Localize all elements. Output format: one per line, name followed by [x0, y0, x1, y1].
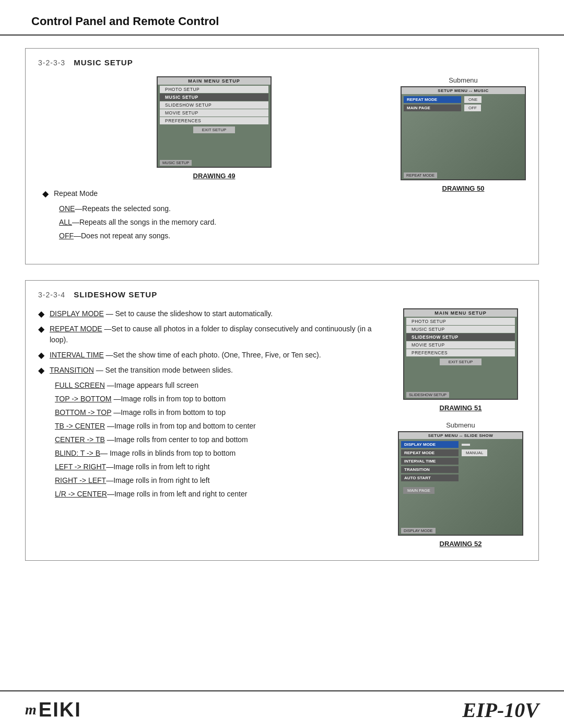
- d52-interval-time-label: INTERVAL TIME: [401, 458, 459, 465]
- drawing49-bottom-label: MUSIC SETUP: [160, 160, 192, 166]
- repeat-mode-content: ◆ Repeat Mode ONE—Repeats the selected s…: [38, 188, 390, 241]
- transition-tb-center: TB -> CENTER —Image rolls in from top an…: [55, 421, 380, 432]
- drawing49-menu-items: PHOTO SETUP MUSIC SETUP SLIDESHOW SETUP …: [158, 86, 271, 124]
- diamond-interval-time: ◆: [38, 350, 44, 360]
- d52-interval-time-row: INTERVAL TIME: [401, 458, 520, 465]
- drawing52-col: Submenu SETUP MENU -- SLIDE SHOW DISPLAY…: [398, 421, 523, 548]
- d52-main-page-btn: MAIN PAGE: [403, 487, 434, 494]
- text-display-mode: DISPLAY MODE — Set to cause the slidesho…: [50, 308, 273, 319]
- transition-blind-tb: BLIND: T -> B— Image rolls in blinds fro…: [55, 448, 380, 459]
- repeat-all-key: ALL: [59, 218, 72, 226]
- drawing50-rows: REPEAT MODE ONE MAIN PAGE OFF: [404, 96, 523, 111]
- section1-heading: 3-2-3-3 MUSIC SETUP: [38, 58, 526, 67]
- d51-exit-btn: EXIT SETUP: [440, 359, 481, 365]
- submenu-label-52: Submenu: [446, 421, 475, 429]
- repeat-one: ONE—Repeats the selected song.: [59, 203, 386, 214]
- slideshow-col-right: MAIN MENU SETUP PHOTO SETUP MUSIC SETUP …: [395, 308, 526, 548]
- section1-title: MUSIC SETUP: [74, 58, 133, 67]
- key-repeat-mode: REPEAT MODE: [50, 325, 102, 333]
- drawing51-label: DRAWING 51: [440, 404, 482, 412]
- d52-transition-label: TRANSITION: [401, 466, 459, 473]
- logo-m-icon: m: [25, 701, 37, 718]
- transition-right-left: RIGHT -> LEFT—Image rolls in from right …: [55, 475, 380, 486]
- repeat-off-key: OFF: [59, 232, 74, 240]
- section2-num: 3-2-3-4: [38, 291, 65, 299]
- text-repeat-mode: REPEAT MODE —Set to cause all photos in …: [50, 323, 380, 345]
- d52-auto-start-row: AUTO START: [401, 475, 520, 481]
- drawing50-label: DRAWING 50: [442, 184, 485, 192]
- key-display-mode: DISPLAY MODE: [50, 309, 104, 318]
- d52-transition-row: TRANSITION: [401, 466, 520, 473]
- section1-num: 3-2-3-3: [38, 59, 65, 67]
- submenu-repeat-mode-label: REPEAT MODE: [404, 96, 461, 103]
- bullet-interval-time: ◆ INTERVAL TIME —Set the show time of ea…: [38, 350, 380, 361]
- section-music-setup: 3-2-3-3 MUSIC SETUP MAIN MENU SETUP PHOT…: [25, 48, 539, 264]
- repeat-one-dash: —Repeats the selected song.: [75, 204, 171, 213]
- drawing49-screen: MAIN MENU SETUP PHOTO SETUP MUSIC SETUP …: [157, 76, 272, 168]
- diamond-repeat-mode: ◆: [38, 324, 44, 334]
- bullet-transition: ◆ TRANSITION — Set the transition mode b…: [38, 365, 380, 376]
- d51-movie: MOVIE SETUP: [406, 341, 515, 349]
- footer-logo: m EIKI: [25, 699, 81, 721]
- drawing50-col: Submenu SETUP MENU -- MUSIC REPEAT MODE …: [401, 76, 526, 192]
- submenu-row-repeat-mode: REPEAT MODE ONE: [404, 96, 523, 103]
- drawing49-title: MAIN MENU SETUP: [158, 77, 271, 85]
- drawing52-rows: DISPLAY MODE REPEAT MODE MANUAL INTERVAL…: [401, 441, 520, 494]
- transition-lr-center: L/R -> CENTER—Image rolls in from left a…: [55, 489, 380, 500]
- page-title: Control Panel and Remote Control: [31, 15, 533, 28]
- d51-photo: PHOTO SETUP: [406, 318, 515, 325]
- music-setup-drawings-row: MAIN MENU SETUP PHOTO SETUP MUSIC SETUP …: [38, 76, 526, 244]
- repeat-one-key: ONE: [59, 204, 75, 213]
- drawing50-screen: SETUP MENU -- MUSIC REPEAT MODE ONE MAIN…: [401, 86, 526, 180]
- key-transition: TRANSITION: [50, 366, 94, 374]
- diamond-display-mode: ◆: [38, 309, 44, 319]
- menu-item-movie: MOVIE SETUP: [160, 109, 268, 117]
- drawing50-title: SETUP MENU -- MUSIC: [402, 87, 525, 94]
- drawing52-screen: SETUP MENU -- SLIDE SHOW DISPLAY MODE RE…: [398, 431, 523, 536]
- repeat-all: ALL—Repeats all the songs in the memory …: [59, 217, 386, 228]
- d52-repeat-mode-row: REPEAT MODE MANUAL: [401, 449, 520, 456]
- repeat-mode-heading-item: ◆ Repeat Mode: [42, 188, 386, 199]
- drawing51-col: MAIN MENU SETUP PHOTO SETUP MUSIC SETUP …: [403, 308, 518, 412]
- page-header: Control Panel and Remote Control: [0, 0, 564, 36]
- drawing49-col: MAIN MENU SETUP PHOTO SETUP MUSIC SETUP …: [38, 76, 390, 180]
- transition-full-screen: FULL SCREEN —Image appears full screen: [55, 380, 380, 391]
- screen-exit-btn: EXIT SETUP: [193, 126, 235, 133]
- slideshow-two-col: ◆ DISPLAY MODE — Set to cause the slides…: [38, 308, 526, 548]
- transition-left-right: LEFT -> RIGHT—Image rolls in from left t…: [55, 461, 380, 472]
- d52-display-mode-label: DISPLAY MODE: [401, 441, 459, 448]
- submenu-repeat-mode-value: ONE: [464, 96, 481, 103]
- drawing49-label: DRAWING 49: [193, 172, 236, 180]
- drawing51-screen: MAIN MENU SETUP PHOTO SETUP MUSIC SETUP …: [403, 308, 518, 400]
- transition-top-bottom: TOP -> BOTTOM —Image rolls in from top t…: [55, 394, 380, 405]
- transition-bottom-top: BOTTOM -> TOP —Image rolls in from botto…: [55, 407, 380, 418]
- drawing51-menu-items: PHOTO SETUP MUSIC SETUP SLIDESHOW SETUP …: [404, 318, 517, 356]
- d52-repeat-mode-label: REPEAT MODE: [401, 449, 459, 456]
- music-left-col: MAIN MENU SETUP PHOTO SETUP MUSIC SETUP …: [38, 76, 401, 244]
- menu-item-preferences: PREFERENCES: [160, 117, 268, 124]
- section-slideshow-setup: 3-2-3-4 SLIDESHOW SETUP ◆ DISPLAY MODE —…: [25, 280, 539, 561]
- drawing52-bottom-label: DISPLAY MODE: [401, 528, 436, 534]
- footer-model: EIP-10V: [462, 698, 539, 722]
- d52-display-mode-row: DISPLAY MODE: [401, 441, 520, 448]
- drawing51-title: MAIN MENU SETUP: [404, 309, 517, 317]
- d51-slideshow-selected: SLIDESHOW SETUP: [406, 333, 515, 341]
- diamond-transition: ◆: [38, 365, 44, 375]
- repeat-off: OFF—Does not repeat any songs.: [59, 230, 386, 241]
- repeat-mode-heading-text: Repeat Mode: [54, 188, 98, 199]
- d52-repeat-mode-value: MANUAL: [462, 449, 487, 456]
- submenu-label-50: Submenu: [449, 76, 478, 84]
- key-interval-time: INTERVAL TIME: [50, 351, 104, 359]
- drawing52-label: DRAWING 52: [440, 540, 482, 548]
- page-footer: m EIKI EIP-10V: [0, 690, 564, 728]
- repeat-all-dash: —Repeats all the songs in the memory car…: [72, 218, 216, 226]
- drawing51-bottom-label: SLIDESHOW SETUP: [406, 392, 449, 398]
- repeat-off-dash: —Does not repeat any songs.: [74, 232, 170, 240]
- slideshow-col-left: ◆ DISPLAY MODE — Set to cause the slides…: [38, 308, 380, 502]
- menu-item-photo: PHOTO SETUP: [160, 86, 268, 93]
- submenu-main-page-label: MAIN PAGE: [404, 105, 461, 111]
- transition-center-tb: CENTER -> TB —Image rolls from center to…: [55, 434, 380, 445]
- drawing52-title: SETUP MENU -- SLIDE SHOW: [399, 432, 522, 439]
- submenu-row-main-page: MAIN PAGE OFF: [404, 105, 523, 111]
- d52-auto-start-label: AUTO START: [401, 475, 459, 481]
